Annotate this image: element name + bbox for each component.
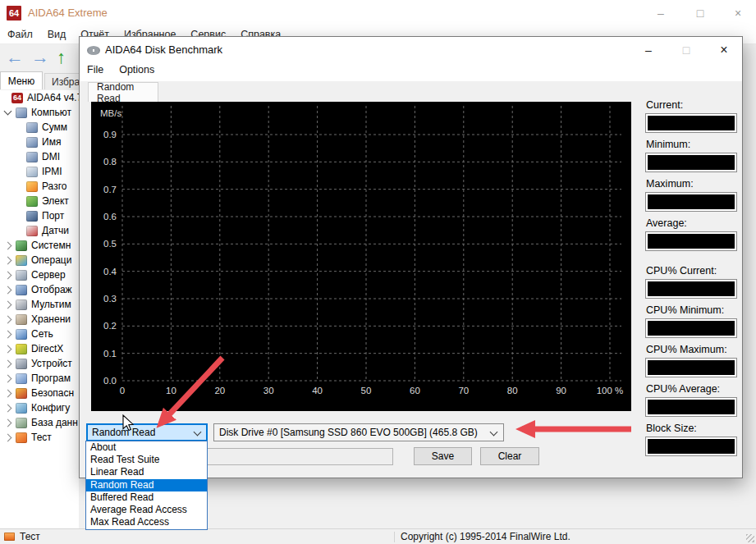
forward-arrow-icon[interactable]: →: [31, 48, 49, 66]
stat-value-box: [645, 318, 737, 338]
disk-benchmark-dialog: AIDA64 Disk Benchmark – □ × FileOptions …: [79, 36, 743, 478]
sidebar-item-тест[interactable]: Тест: [0, 430, 79, 445]
chevron-collapsed-icon[interactable]: [4, 315, 12, 323]
dialog-close-icon[interactable]: ×: [707, 37, 741, 62]
sidebar-item-хранени[interactable]: Хранени: [0, 312, 79, 327]
sidebar-item-ipmi[interactable]: IPMI: [0, 164, 79, 179]
sidebar-item-системн[interactable]: Системн: [0, 238, 79, 253]
sidebar-item-програм[interactable]: Програм: [0, 371, 79, 386]
dialog-menu-item-options[interactable]: Options: [112, 62, 163, 80]
dropdown-item-average-read-access[interactable]: Average Read Access: [86, 504, 207, 516]
sidebar-item-компьют[interactable]: Компьют: [0, 105, 79, 120]
benchmark-type-dropdown-list: AboutRead Test SuiteLinear ReadRandom Re…: [85, 441, 208, 530]
sidebar-item-label: Компьют: [31, 107, 71, 118]
chevron-collapsed-icon[interactable]: [4, 241, 12, 249]
benchmark-icon: [16, 432, 27, 443]
chevron-collapsed-icon[interactable]: [4, 330, 12, 338]
stat-label: CPU% Average:: [646, 383, 737, 395]
dropdown-item-max-read-access[interactable]: Max Read Access: [86, 516, 207, 528]
chevron-collapsed-icon[interactable]: [4, 256, 12, 264]
benchmark-type-combobox[interactable]: Random Read: [86, 423, 208, 441]
chevron-collapsed-icon[interactable]: [4, 374, 12, 382]
chevron-collapsed-icon[interactable]: [4, 271, 12, 279]
sidebar-item-сеть[interactable]: Сеть: [0, 327, 79, 341]
sidebar-item-dmi[interactable]: DMI: [0, 149, 79, 164]
chevron-collapsed-icon[interactable]: [4, 433, 12, 441]
dropdown-item-buffered-read[interactable]: Buffered Read: [86, 491, 207, 504]
tab-random-read[interactable]: Random Read: [88, 82, 158, 102]
stat-average: Average:: [645, 217, 737, 251]
sidebar-item-label: Хранени: [31, 313, 71, 325]
chevron-collapsed-icon[interactable]: [4, 418, 12, 427]
dropdown-item-linear-read[interactable]: Linear Read: [86, 466, 207, 478]
dropdown-item-read-test-suite[interactable]: Read Test Suite: [86, 454, 207, 466]
save-button[interactable]: Save: [414, 447, 472, 465]
sidebar-item-label: DMI: [42, 151, 60, 162]
sidebar-item-операци[interactable]: Операци: [0, 253, 79, 267]
stat-value-box: [645, 153, 737, 172]
sidebar-item-имя[interactable]: Имя: [0, 135, 79, 149]
svg-text:30: 30: [263, 386, 274, 395]
chevron-down-icon: [490, 428, 498, 437]
sidebar-item-сумм[interactable]: Сумм: [0, 120, 79, 135]
overclock-fire-icon: [26, 181, 38, 192]
sidebar-item-label: Сервер: [31, 269, 66, 281]
menu-item-вид[interactable]: Вид: [40, 26, 74, 43]
sidebar-item-отображ[interactable]: Отображ: [0, 282, 79, 297]
up-arrow-icon[interactable]: ↑: [57, 48, 66, 66]
maximize-icon[interactable]: □: [681, 0, 719, 26]
dialog-menu-item-file[interactable]: File: [80, 62, 112, 80]
sidebar-item-устройст[interactable]: Устройст: [0, 356, 79, 371]
back-arrow-icon[interactable]: ←: [6, 48, 24, 66]
disk-drive-combobox[interactable]: Disk Drive #0 [Samsung SSD 860 EVO 500GB…: [213, 423, 504, 441]
sidebar-item-directx[interactable]: DirectX: [0, 341, 79, 356]
sidebar-item-датчи[interactable]: Датчи: [0, 223, 79, 238]
sidebar-item-порт[interactable]: Порт: [0, 208, 79, 223]
svg-text:0.9: 0.9: [103, 130, 117, 139]
chevron-collapsed-icon[interactable]: [4, 300, 12, 309]
dropdown-item-about[interactable]: About: [86, 441, 207, 454]
screen: 64 AIDA64 Extreme – □ × ФайлВидОтчётИзбр…: [0, 0, 756, 544]
chevron-collapsed-icon[interactable]: [4, 286, 12, 294]
sidebar-item-база-данн[interactable]: База данн: [0, 415, 79, 430]
resize-grip[interactable]: [746, 534, 754, 542]
dialog-minimize-icon[interactable]: –: [631, 37, 666, 62]
svg-text:0.4: 0.4: [103, 267, 117, 277]
main-toolbar: ← → ↑: [0, 45, 85, 70]
stat-block-size: Block Size:: [645, 423, 737, 456]
multimedia-icon: [16, 299, 27, 310]
svg-text:90: 90: [556, 386, 566, 395]
statusbar-divider: [394, 532, 395, 542]
svg-text:0.2: 0.2: [103, 321, 117, 331]
display-icon: [16, 285, 27, 295]
close-icon[interactable]: ×: [719, 0, 756, 26]
clear-button[interactable]: Clear: [480, 447, 539, 465]
dialog-title: AIDA64 Disk Benchmark: [105, 43, 222, 56]
sidebar-item-элект[interactable]: Элект: [0, 194, 79, 208]
chevron-collapsed-icon[interactable]: [4, 359, 12, 368]
sidebar-item-безопасн[interactable]: Безопасн: [0, 386, 79, 400]
stat-value-box: [645, 437, 737, 456]
programs-icon: [16, 373, 27, 384]
sidebar-item-конфигу[interactable]: Конфигу: [0, 400, 79, 415]
minimize-icon[interactable]: –: [642, 0, 680, 26]
svg-text:40: 40: [312, 386, 323, 395]
config-icon: [16, 403, 27, 414]
sidebar-item-aida64-v4-70[interactable]: 64AIDA64 v4.70: [0, 90, 79, 105]
stat-label: CPU% Maximum:: [646, 344, 737, 355]
sidebar-item-сервер[interactable]: Сервер: [0, 267, 79, 282]
chevron-collapsed-icon[interactable]: [4, 404, 12, 412]
tab-menu[interactable]: Меню: [0, 71, 43, 89]
sidebar-item-label: Сумм: [42, 121, 67, 133]
devices-icon: [16, 359, 27, 369]
chevron-collapsed-icon[interactable]: [4, 389, 12, 397]
sidebar-item-label: AIDA64 v4.70: [27, 92, 79, 103]
dropdown-item-random-read[interactable]: Random Read: [86, 479, 207, 491]
sidebar-item-мультим[interactable]: Мультим: [0, 297, 79, 312]
chevron-expanded-icon[interactable]: [4, 107, 12, 116]
sidebar-item-label: Конфигу: [31, 402, 70, 414]
menu-item-файл[interactable]: Файл: [0, 26, 40, 43]
chevron-collapsed-icon[interactable]: [4, 345, 12, 353]
security-shield-icon: [16, 388, 27, 399]
sidebar-item-разго[interactable]: Разго: [0, 179, 79, 194]
